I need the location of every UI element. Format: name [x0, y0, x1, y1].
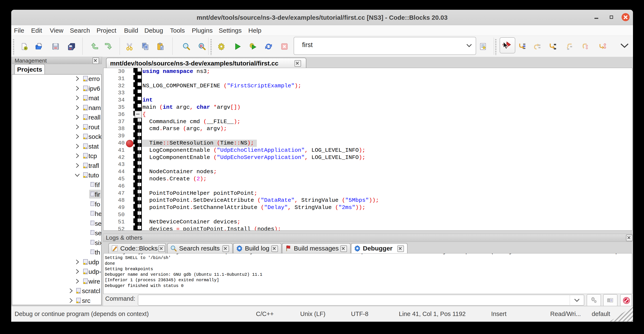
svg-text:R: R [200, 44, 202, 48]
